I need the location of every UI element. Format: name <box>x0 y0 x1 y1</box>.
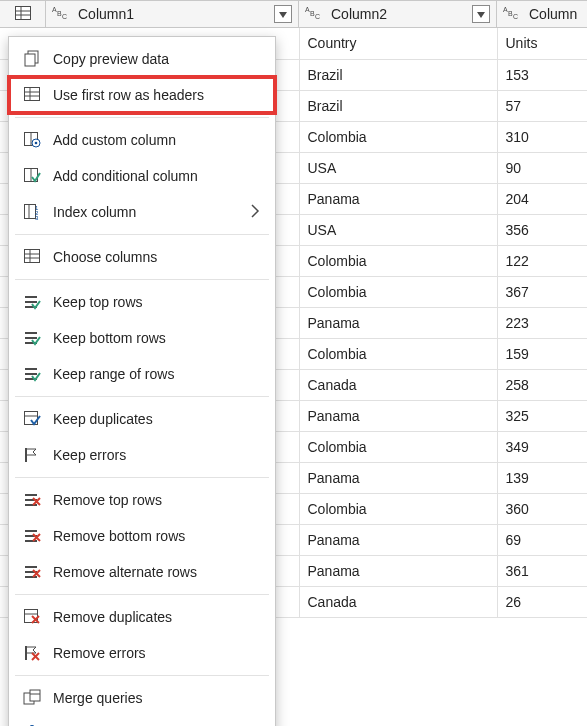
menu-add-conditional-column[interactable]: Add conditional column <box>9 158 275 194</box>
remove-rows-icon <box>21 563 43 581</box>
menu-label: Choose columns <box>53 249 157 265</box>
menu-use-first-row-as-headers[interactable]: Use first row as headers <box>9 77 275 113</box>
table-options-button[interactable] <box>0 1 46 27</box>
keep-duplicates-icon <box>21 410 43 428</box>
keep-rows-icon <box>21 329 43 347</box>
cell-col3[interactable]: 57 <box>497 90 587 121</box>
column-header-1[interactable]: ABC Column1 <box>46 1 299 27</box>
cell-col2[interactable]: USA <box>299 214 497 245</box>
cell-col2[interactable]: Canada <box>299 586 497 617</box>
chevron-right-icon <box>247 202 263 223</box>
cell-col2[interactable]: Panama <box>299 524 497 555</box>
menu-label: Index column <box>53 204 136 220</box>
menu-label: Keep duplicates <box>53 411 153 427</box>
cell-col3[interactable]: 204 <box>497 183 587 214</box>
svg-text:C: C <box>315 13 320 20</box>
menu-label: Keep errors <box>53 447 126 463</box>
menu-label: Add conditional column <box>53 168 198 184</box>
cell-col3[interactable]: 367 <box>497 276 587 307</box>
cell-col2[interactable]: Colombia <box>299 121 497 152</box>
column-filter-button[interactable] <box>472 5 490 23</box>
column-header-3[interactable]: ABC Column <box>497 1 587 27</box>
menu-keep-top-rows[interactable]: Keep top rows <box>9 284 275 320</box>
column-header-row: ABC Column1 ABC Column2 ABC Column <box>0 0 587 28</box>
datatype-icon: ABC <box>52 5 72 23</box>
datatype-icon: ABC <box>305 5 325 23</box>
menu-append-queries[interactable]: Append queries <box>9 716 275 726</box>
merge-icon <box>21 689 43 707</box>
menu-label: Keep top rows <box>53 294 143 310</box>
separator <box>15 594 269 595</box>
cell-col3[interactable]: 153 <box>497 59 587 90</box>
cell-col2[interactable]: Brazil <box>299 90 497 121</box>
flag-x-icon <box>21 644 43 662</box>
table-icon <box>14 5 32 23</box>
keep-rows-icon <box>21 365 43 383</box>
column-name: Column2 <box>331 6 387 22</box>
cell-col3[interactable]: 310 <box>497 121 587 152</box>
menu-keep-duplicates[interactable]: Keep duplicates <box>9 401 275 437</box>
conditional-column-icon <box>21 167 43 185</box>
cell-col3[interactable]: 349 <box>497 431 587 462</box>
menu-remove-alternate-rows[interactable]: Remove alternate rows <box>9 554 275 590</box>
menu-remove-duplicates[interactable]: Remove duplicates <box>9 599 275 635</box>
cell-col2[interactable]: Colombia <box>299 338 497 369</box>
cell-col3[interactable]: 360 <box>497 493 587 524</box>
cell-col2[interactable]: USA <box>299 152 497 183</box>
menu-remove-top-rows[interactable]: Remove top rows <box>9 482 275 518</box>
cell-col2[interactable]: Panama <box>299 400 497 431</box>
cell-col3[interactable]: 258 <box>497 369 587 400</box>
menu-keep-range-rows[interactable]: Keep range of rows <box>9 356 275 392</box>
table-icon <box>21 248 43 266</box>
svg-text:C: C <box>62 13 67 20</box>
cell-col3[interactable]: 325 <box>497 400 587 431</box>
cell-col3[interactable]: 139 <box>497 462 587 493</box>
cell-col3[interactable]: 122 <box>497 245 587 276</box>
cell-col3[interactable]: 69 <box>497 524 587 555</box>
cell-col3[interactable]: 361 <box>497 555 587 586</box>
menu-label: Use first row as headers <box>53 87 204 103</box>
index-column-icon <box>21 203 43 221</box>
cell-col2[interactable]: Colombia <box>299 276 497 307</box>
remove-rows-icon <box>21 527 43 545</box>
copy-icon <box>21 50 43 68</box>
menu-keep-bottom-rows[interactable]: Keep bottom rows <box>9 320 275 356</box>
column-filter-button[interactable] <box>274 5 292 23</box>
cell-col2[interactable]: Canada <box>299 369 497 400</box>
menu-keep-errors[interactable]: Keep errors <box>9 437 275 473</box>
menu-label: Remove bottom rows <box>53 528 185 544</box>
menu-label: Add custom column <box>53 132 176 148</box>
menu-remove-errors[interactable]: Remove errors <box>9 635 275 671</box>
column-name: Column1 <box>78 6 134 22</box>
cell-col3[interactable]: 356 <box>497 214 587 245</box>
cell-col3[interactable]: 159 <box>497 338 587 369</box>
cell-col2[interactable]: Panama <box>299 462 497 493</box>
cell-col2[interactable]: Colombia <box>299 493 497 524</box>
menu-label: Keep bottom rows <box>53 330 166 346</box>
cell-col2[interactable]: Country <box>299 28 497 59</box>
cell-col3[interactable]: 90 <box>497 152 587 183</box>
cell-col2[interactable]: Panama <box>299 555 497 586</box>
menu-index-column[interactable]: Index column <box>9 194 275 230</box>
column-header-2[interactable]: ABC Column2 <box>299 1 497 27</box>
cell-col2[interactable]: Colombia <box>299 431 497 462</box>
menu-remove-bottom-rows[interactable]: Remove bottom rows <box>9 518 275 554</box>
remove-duplicates-icon <box>21 608 43 626</box>
svg-text:C: C <box>513 13 518 20</box>
cell-col3[interactable]: Units <box>497 28 587 59</box>
keep-rows-icon <box>21 293 43 311</box>
cell-col3[interactable]: 26 <box>497 586 587 617</box>
menu-choose-columns[interactable]: Choose columns <box>9 239 275 275</box>
datatype-icon: ABC <box>503 5 523 23</box>
menu-add-custom-column[interactable]: Add custom column <box>9 122 275 158</box>
remove-rows-icon <box>21 491 43 509</box>
menu-copy-preview[interactable]: Copy preview data <box>9 41 275 77</box>
cell-col2[interactable]: Panama <box>299 307 497 338</box>
cell-col2[interactable]: Brazil <box>299 59 497 90</box>
caret-down-icon <box>276 7 290 21</box>
cell-col2[interactable]: Colombia <box>299 245 497 276</box>
menu-merge-queries[interactable]: Merge queries <box>9 680 275 716</box>
custom-column-icon <box>21 131 43 149</box>
cell-col3[interactable]: 223 <box>497 307 587 338</box>
cell-col2[interactable]: Panama <box>299 183 497 214</box>
